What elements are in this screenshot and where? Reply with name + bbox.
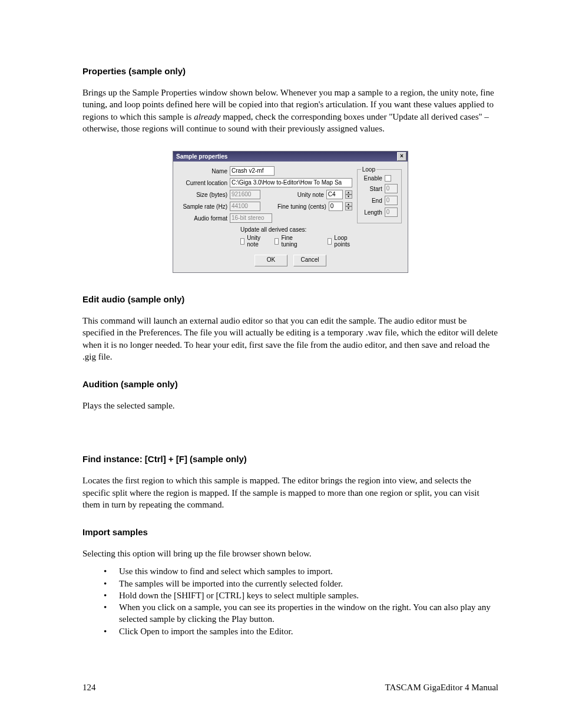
text-import-samples: Selecting this option will bring up the … [82, 548, 498, 559]
heading-audition: Audition (sample only) [82, 379, 498, 389]
label-size: Size (bytes) [179, 192, 227, 198]
label-audio-format: Audio format [179, 215, 227, 222]
input-name[interactable]: Crash v2-mf [230, 166, 275, 176]
checkbox-loop-points[interactable]: Loop points [328, 235, 352, 248]
dialog-titlebar: Sample properties × [173, 151, 408, 162]
checkbox-fine-tuning[interactable]: Fine tuning [275, 235, 299, 248]
heading-edit-audio: Edit audio (sample only) [82, 294, 498, 304]
loop-legend: Loop [361, 166, 376, 173]
label-name: Name [179, 168, 227, 174]
page-number: 124 [82, 683, 96, 693]
text-properties-em: already [194, 112, 220, 121]
input-fine-tuning[interactable]: 0 [329, 202, 343, 211]
doc-title: TASCAM GigaEditor 4 Manual [385, 683, 498, 693]
checkbox-loop-enable[interactable] [385, 175, 391, 182]
list-item: When you click on a sample, you can see … [119, 601, 498, 625]
dialog-title: Sample properties [176, 153, 227, 160]
input-size: 921600 [230, 190, 260, 199]
checkbox-unity-note[interactable]: Unity note [240, 235, 263, 248]
input-loop-start: 0 [385, 184, 398, 193]
label-sample-rate: Sample rate (Hz) [179, 203, 227, 210]
input-audio-format: 16-bit stereo [230, 213, 272, 223]
text-properties: Brings up the Sample Properties window s… [82, 87, 498, 134]
label-fine-tuning: Fine tuning (cents) [275, 203, 326, 210]
heading-find-instance: Find instance: [Ctrl] + [F] (sample only… [82, 454, 498, 464]
input-unity-note[interactable]: C4 [326, 190, 343, 199]
text-audition: Plays the selected sample. [82, 400, 498, 411]
loop-group: Loop Enable Start 0 End 0 [357, 166, 402, 223]
import-bullets: Use this window to find and select which… [82, 565, 498, 637]
heading-import-samples: Import samples [82, 527, 498, 537]
label-location: Current location [179, 180, 227, 186]
label-loop-start: Start [361, 186, 382, 192]
label-loop-length: Length [361, 209, 382, 216]
ok-button[interactable]: OK [254, 255, 287, 266]
list-item: Use this window to find and select which… [119, 565, 498, 577]
label-unity-note: Unity note [297, 192, 324, 198]
label-loop-end: End [361, 197, 382, 204]
text-find-instance: Locates the first region to which this s… [82, 475, 498, 510]
list-item: Click Open to import the samples into th… [119, 625, 498, 637]
input-loop-end: 0 [385, 196, 398, 205]
input-loop-length: 0 [385, 207, 398, 217]
label-update-all: Update all derived cases: [240, 226, 352, 233]
heading-properties: Properties (sample only) [82, 66, 498, 76]
input-location[interactable]: C:\Giga 3.0\How to-Editor\How To Map Sa [230, 178, 352, 187]
list-item: Hold down the [SHIFT] or [CTRL] keys to … [119, 589, 498, 601]
spinner-unity-note[interactable]: ▴▾ [345, 190, 352, 199]
label-loop-enable: Enable [361, 175, 382, 182]
text-edit-audio: This command will launch an external aud… [82, 315, 498, 363]
sample-properties-dialog: Sample properties × Name Crash v2-mf Cur… [173, 151, 408, 273]
input-sample-rate: 44100 [230, 202, 260, 211]
list-item: The samples will be imported into the cu… [119, 578, 498, 589]
close-icon[interactable]: × [397, 152, 406, 161]
spinner-fine-tuning[interactable]: ▴▾ [345, 202, 352, 210]
cancel-button[interactable]: Cancel [293, 255, 326, 266]
